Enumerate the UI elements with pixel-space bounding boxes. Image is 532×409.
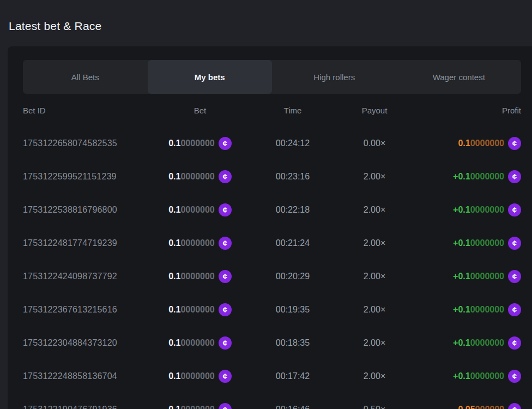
table-header: Bet ID Bet Time Payout Profit xyxy=(23,94,521,127)
payout-cell: 0.00× xyxy=(339,139,410,148)
profit-cell: +0.10000000 ¢ xyxy=(410,170,521,183)
bets-tabs: All Bets My bets High rollers Wager cont… xyxy=(23,60,521,94)
coin-icon: ¢ xyxy=(219,303,232,316)
bets-table-body: 1753122658074582535 0.10000000 ¢ 00:24:1… xyxy=(23,127,521,409)
time-cell: 00:16:46 xyxy=(246,405,339,409)
bet-amount-cell: 0.10000000 ¢ xyxy=(154,203,246,216)
coin-icon: ¢ xyxy=(219,203,232,216)
payout-cell: 2.00× xyxy=(339,238,410,248)
profit-cell: 0.10000000 ¢ xyxy=(410,137,521,150)
payout-cell: 0.50× xyxy=(339,405,410,409)
column-header-time: Time xyxy=(246,106,339,115)
coin-icon: ¢ xyxy=(219,270,232,283)
coin-icon: ¢ xyxy=(508,270,521,283)
coin-icon: ¢ xyxy=(219,237,232,250)
payout-cell: 2.00× xyxy=(339,272,410,281)
coin-icon: ¢ xyxy=(219,370,232,383)
bet-id-cell: 1753122248858136704 xyxy=(23,371,154,381)
coin-icon: ¢ xyxy=(219,137,232,150)
table-row[interactable]: 1753122304884373120 0.10000000 ¢ 00:18:3… xyxy=(23,326,521,359)
table-row[interactable]: 1753122248858136704 0.10000000 ¢ 00:17:4… xyxy=(23,359,521,393)
column-header-bet-id: Bet ID xyxy=(23,106,154,115)
profit-cell: +0.10000000 ¢ xyxy=(410,303,521,316)
bet-id-cell: 1753122424098737792 xyxy=(23,272,154,281)
bet-amount-cell: 0.10000000 ¢ xyxy=(154,237,246,250)
coin-icon: ¢ xyxy=(508,137,521,150)
time-cell: 00:21:24 xyxy=(246,238,339,248)
bet-id-cell: 1753122658074582535 xyxy=(23,139,154,148)
profit-cell: +0.10000000 ¢ xyxy=(410,370,521,383)
table-row[interactable]: 1753122424098737792 0.10000000 ¢ 00:20:2… xyxy=(23,260,521,293)
profit-cell: +0.10000000 ¢ xyxy=(410,237,521,250)
table-row[interactable]: 1753122658074582535 0.10000000 ¢ 00:24:1… xyxy=(23,127,521,160)
table-row[interactable]: 1753122481774719239 0.10000000 ¢ 00:21:2… xyxy=(23,226,521,260)
coin-icon: ¢ xyxy=(219,336,232,350)
time-cell: 00:24:12 xyxy=(246,139,339,148)
time-cell: 00:18:35 xyxy=(246,338,339,348)
coin-icon: ¢ xyxy=(508,303,521,316)
coin-icon: ¢ xyxy=(219,170,232,183)
bet-id-cell: 1753122190476791936 xyxy=(23,405,154,409)
profit-cell: +0.10000000 ¢ xyxy=(410,336,521,350)
time-cell: 00:22:18 xyxy=(246,205,339,215)
bet-id-cell: 1753122599521151239 xyxy=(23,172,154,182)
bet-amount-cell: 0.10000000 ¢ xyxy=(154,336,246,350)
time-cell: 00:23:16 xyxy=(246,172,339,182)
time-cell: 00:17:42 xyxy=(246,371,339,381)
tab-high-rollers[interactable]: High rollers xyxy=(272,60,397,94)
column-header-profit: Profit xyxy=(410,106,521,115)
coin-icon: ¢ xyxy=(219,403,232,409)
profit-cell: 0.05000000 ¢ xyxy=(410,403,521,409)
coin-icon: ¢ xyxy=(508,203,521,216)
time-cell: 00:19:35 xyxy=(246,305,339,315)
bet-amount-cell: 0.10000000 ¢ xyxy=(154,170,246,183)
payout-cell: 2.00× xyxy=(339,338,410,348)
latest-bets-panel: All Bets My bets High rollers Wager cont… xyxy=(8,46,532,409)
bet-amount-cell: 0.10000000 ¢ xyxy=(154,137,246,150)
table-row[interactable]: 1753122367613215616 0.10000000 ¢ 00:19:3… xyxy=(23,293,521,326)
column-header-bet: Bet xyxy=(154,106,246,115)
table-row[interactable]: 1753122599521151239 0.10000000 ¢ 00:23:1… xyxy=(23,160,521,193)
bet-amount-cell: 0.10000000 ¢ xyxy=(154,403,246,409)
tab-all-bets[interactable]: All Bets xyxy=(23,60,148,94)
coin-icon: ¢ xyxy=(508,336,521,350)
bet-amount-cell: 0.10000000 ¢ xyxy=(154,270,246,283)
payout-cell: 2.00× xyxy=(339,371,410,381)
table-row[interactable]: 1753122538816796800 0.10000000 ¢ 00:22:1… xyxy=(23,193,521,226)
bet-id-cell: 1753122304884373120 xyxy=(23,338,154,348)
time-cell: 00:20:29 xyxy=(246,272,339,281)
coin-icon: ¢ xyxy=(508,237,521,250)
coin-icon: ¢ xyxy=(508,170,521,183)
bet-id-cell: 1753122538816796800 xyxy=(23,205,154,215)
payout-cell: 2.00× xyxy=(339,205,410,215)
bet-id-cell: 1753122367613215616 xyxy=(23,305,154,315)
coin-icon: ¢ xyxy=(508,403,521,409)
tab-my-bets[interactable]: My bets xyxy=(148,60,273,94)
bet-amount-cell: 0.10000000 ¢ xyxy=(154,303,246,316)
profit-cell: +0.10000000 ¢ xyxy=(410,270,521,283)
page-title: Latest bet & Race xyxy=(0,0,532,46)
column-header-payout: Payout xyxy=(339,106,410,115)
payout-cell: 2.00× xyxy=(339,305,410,315)
table-row[interactable]: 1753122190476791936 0.10000000 ¢ 00:16:4… xyxy=(23,393,521,409)
bet-amount-cell: 0.10000000 ¢ xyxy=(154,370,246,383)
coin-icon: ¢ xyxy=(508,370,521,383)
profit-cell: +0.10000000 ¢ xyxy=(410,203,521,216)
tab-wager-contest[interactable]: Wager contest xyxy=(397,60,522,94)
payout-cell: 2.00× xyxy=(339,172,410,182)
bet-id-cell: 1753122481774719239 xyxy=(23,238,154,248)
